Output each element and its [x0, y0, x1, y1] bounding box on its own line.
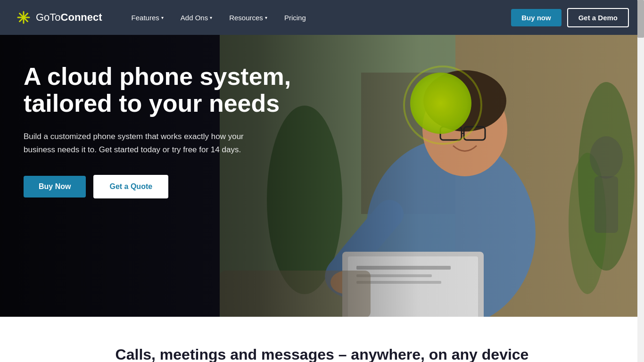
navbar: GoToConnect Features ▾ Add Ons ▾ Resourc… — [0, 0, 644, 35]
nav-actions: Buy now Get a Demo — [511, 8, 629, 27]
chevron-down-icon: ▾ — [210, 15, 212, 20]
hero-section: A cloud phone system, tailored to your n… — [0, 35, 644, 317]
logo[interactable]: GoToConnect — [15, 9, 102, 26]
get-demo-button[interactable]: Get a Demo — [567, 8, 629, 27]
nav-links: Features ▾ Add Ons ▾ Resources ▾ Pricing — [125, 10, 512, 25]
chevron-down-icon: ▾ — [161, 15, 164, 20]
hero-get-quote-button[interactable]: Get a Quote — [93, 175, 168, 198]
green-circle-decoration — [410, 73, 471, 134]
scrollbar-thumb[interactable] — [637, 0, 644, 38]
below-hero-title: Calls, meetings and messages – anywhere,… — [19, 345, 625, 362]
chevron-down-icon: ▾ — [265, 15, 267, 20]
nav-features[interactable]: Features ▾ — [125, 10, 170, 25]
buy-now-button[interactable]: Buy now — [511, 9, 561, 26]
hero-content: A cloud phone system, tailored to your n… — [24, 63, 316, 198]
nav-pricing[interactable]: Pricing — [278, 10, 313, 25]
hero-headline: A cloud phone system, tailored to your n… — [24, 63, 316, 117]
nav-resources[interactable]: Resources ▾ — [223, 10, 274, 25]
scrollbar[interactable] — [637, 0, 644, 362]
hero-buttons: Buy Now Get a Quote — [24, 175, 316, 198]
below-hero-section: Calls, meetings and messages – anywhere,… — [0, 317, 644, 362]
logo-icon — [15, 9, 32, 26]
logo-text: GoToConnect — [36, 11, 102, 24]
hero-subtext: Build a customized phone system that wor… — [24, 130, 273, 156]
hero-buy-now-button[interactable]: Buy Now — [24, 176, 86, 197]
nav-addons[interactable]: Add Ons ▾ — [174, 10, 219, 25]
